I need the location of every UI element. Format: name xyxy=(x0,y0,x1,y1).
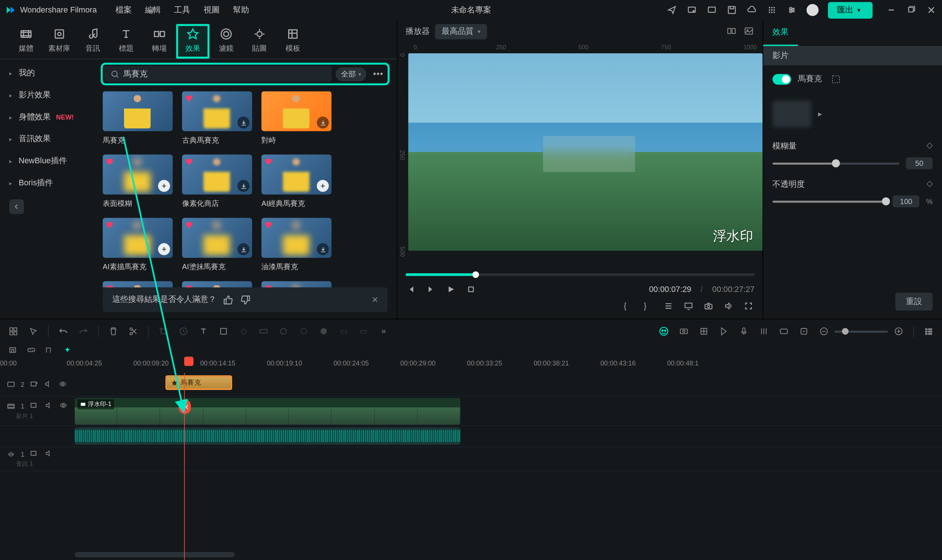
heart-icon[interactable] xyxy=(185,284,194,287)
screen2-icon[interactable] xyxy=(706,5,717,15)
props-tab-effects[interactable]: 效果 xyxy=(763,20,798,46)
list-icon[interactable] xyxy=(664,301,674,312)
tl-mic-icon[interactable] xyxy=(738,326,749,337)
heart-icon[interactable] xyxy=(185,94,194,103)
heart-icon[interactable] xyxy=(105,157,114,166)
effect-toggle[interactable] xyxy=(772,74,791,84)
effect-thumb[interactable] xyxy=(103,91,173,131)
minimize-icon[interactable] xyxy=(886,5,897,15)
volume-icon[interactable] xyxy=(724,301,734,312)
video-clip[interactable]: 浮水印-1 xyxy=(75,398,460,425)
audio-track-mute-icon[interactable] xyxy=(45,449,54,458)
heart-icon[interactable] xyxy=(105,221,114,230)
menu-view[interactable]: 視圖 xyxy=(204,5,220,16)
effect-card-5[interactable]: +AI經典馬賽克 xyxy=(262,155,331,209)
effect-thumb[interactable] xyxy=(182,155,252,195)
play-icon[interactable] xyxy=(446,284,456,294)
heart-icon[interactable] xyxy=(264,221,273,230)
effect-card-2[interactable]: 對峙 xyxy=(262,91,331,145)
tl-marker2-icon[interactable] xyxy=(799,326,809,337)
tl-redo-icon[interactable] xyxy=(78,326,89,337)
tl-crop2-icon[interactable] xyxy=(218,326,229,337)
media-tab-6[interactable]: 濾鏡 xyxy=(210,24,243,58)
fx-track-add-icon[interactable] xyxy=(30,380,39,389)
video-track-add-icon[interactable] xyxy=(30,401,39,410)
download-icon[interactable] xyxy=(317,243,329,255)
tl-link-icon[interactable] xyxy=(27,345,36,354)
media-tab-7[interactable]: 貼圖 xyxy=(243,24,276,58)
tl-auto-icon[interactable]: ✦ xyxy=(64,345,73,354)
media-tab-0[interactable]: 媒體 xyxy=(9,24,43,58)
screen1-icon[interactable] xyxy=(687,5,697,15)
user-avatar[interactable] xyxy=(806,4,819,16)
media-tab-1[interactable]: 素材庫 xyxy=(43,24,76,58)
thumbs-up-icon[interactable] xyxy=(223,294,234,305)
snapshot-icon[interactable] xyxy=(704,301,715,312)
feedback-close-icon[interactable]: ✕ xyxy=(372,295,378,304)
playhead-handle[interactable] xyxy=(184,357,193,366)
effect-thumb[interactable] xyxy=(103,281,173,287)
sidebar-cat-1[interactable]: 影片效果 xyxy=(0,84,100,106)
search-input[interactable] xyxy=(123,69,325,79)
fx-track-mute-icon[interactable] xyxy=(44,380,53,389)
tl-pointer-icon[interactable] xyxy=(28,326,39,337)
mask-icon[interactable] xyxy=(831,74,840,83)
video-track-eye-icon[interactable] xyxy=(59,401,68,410)
grid-icon[interactable] xyxy=(766,5,777,15)
save-icon[interactable] xyxy=(726,5,737,15)
tl-ai4-icon[interactable] xyxy=(718,326,729,337)
tl-ai1-icon[interactable] xyxy=(658,326,669,337)
download-icon[interactable] xyxy=(237,180,250,192)
tl-tool2-icon[interactable] xyxy=(258,326,269,337)
media-tab-2[interactable]: 音訊 xyxy=(76,24,109,58)
effect-thumb[interactable] xyxy=(182,281,252,287)
quality-dropdown[interactable]: 最高品質 xyxy=(435,23,487,39)
media-tab-8[interactable]: 模板 xyxy=(276,24,310,58)
download-icon[interactable] xyxy=(237,117,250,129)
tl-text-icon[interactable] xyxy=(198,326,209,337)
tl-delete-icon[interactable] xyxy=(108,326,119,337)
download-icon[interactable] xyxy=(317,117,329,129)
effect-thumb[interactable]: + xyxy=(103,218,173,258)
menu-help[interactable]: 幫助 xyxy=(233,5,249,16)
menu-edit[interactable]: 編輯 xyxy=(145,5,161,16)
heart-icon[interactable] xyxy=(105,284,114,287)
effect-card-4[interactable]: 像素化商店 xyxy=(182,155,252,209)
tl-lock-icon[interactable] xyxy=(8,345,17,354)
download-icon[interactable] xyxy=(237,243,250,255)
add-icon[interactable]: + xyxy=(317,180,329,192)
tl-view-icon[interactable] xyxy=(923,326,934,337)
effect-card-1[interactable]: 古典馬賽克 xyxy=(182,91,252,145)
effect-card-8[interactable]: 油漆馬賽克 xyxy=(262,218,331,272)
add-icon[interactable]: + xyxy=(158,243,170,255)
sidebar-cat-5[interactable]: Boris插件 xyxy=(0,172,100,194)
tl-magnet-icon[interactable]: ⊓ xyxy=(45,345,54,354)
effect-thumb[interactable]: + xyxy=(262,155,331,195)
close-icon[interactable] xyxy=(926,5,936,15)
mark-in-icon[interactable]: { xyxy=(624,301,634,312)
heart-icon[interactable] xyxy=(264,284,273,287)
effect-card-3[interactable]: +表面模糊 xyxy=(103,155,173,209)
effect-card-10[interactable] xyxy=(182,281,252,287)
props-sub-video[interactable]: 影片 xyxy=(763,46,942,65)
mark-out-icon[interactable]: } xyxy=(644,301,655,312)
reset-button[interactable]: 重設 xyxy=(895,293,933,311)
sidebar-cat-3[interactable]: 音訊效果 xyxy=(0,128,100,150)
effect-thumb[interactable] xyxy=(262,218,331,258)
tl-ai3-icon[interactable] xyxy=(698,326,709,337)
progress-bar[interactable] xyxy=(405,273,754,276)
sidebar-cat-2[interactable]: 身體效果NEW! xyxy=(0,106,100,128)
tl-tool7-icon[interactable]: ▭ xyxy=(358,326,369,337)
sidebar-cat-0[interactable]: 我的 xyxy=(0,62,100,84)
tl-mixer-icon[interactable] xyxy=(759,326,769,337)
blur-value[interactable]: 50 xyxy=(906,157,933,169)
effect-thumb[interactable] xyxy=(182,218,252,258)
settings-icon[interactable] xyxy=(787,5,797,15)
blur-slider[interactable] xyxy=(772,162,899,164)
tl-tool4-icon[interactable]: ⬡ xyxy=(298,326,309,337)
fx-track-eye-icon[interactable] xyxy=(59,380,68,389)
menu-file[interactable]: 檔案 xyxy=(116,5,132,16)
effect-card-6[interactable]: +AI素描馬賽克 xyxy=(103,218,173,272)
more-button[interactable]: ••• xyxy=(370,69,386,79)
mosaic-overlay[interactable] xyxy=(543,136,635,172)
